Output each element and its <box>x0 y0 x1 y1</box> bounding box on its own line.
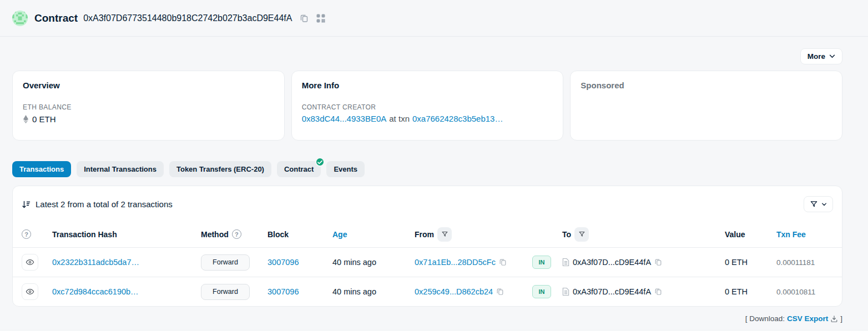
qr-code-icon <box>316 14 325 23</box>
filter-funnel-icon <box>810 200 818 208</box>
column-header-to-label: To <box>562 230 571 239</box>
transactions-summary-text: Latest 2 from a total of 2 transactions <box>36 199 173 209</box>
creation-txn-link[interactable]: 0xa7662428c3b5eb13… <box>412 114 503 123</box>
tab-contract[interactable]: Contract <box>277 161 321 177</box>
method-button[interactable]: Forward <box>201 284 250 300</box>
tx-hash-link[interactable]: 0xc72d984ccac6190b… <box>52 287 139 296</box>
chevron-down-icon <box>829 54 835 58</box>
tx-fee: 0.00011181 <box>776 258 815 267</box>
more-button-label: More <box>808 52 825 61</box>
tab-internal-transactions-label: Internal Transactions <box>84 165 157 173</box>
from-address-link[interactable]: 0x71a1Eb...28DD5cFc <box>415 258 496 267</box>
verified-check-icon <box>315 157 325 167</box>
overview-title: Overview <box>23 81 274 90</box>
tx-hash-link[interactable]: 0x2322b311adcb5da7… <box>52 258 139 267</box>
block-link[interactable]: 3007096 <box>268 258 299 267</box>
eth-icon <box>23 114 29 124</box>
from-filter-button[interactable] <box>437 227 452 242</box>
csv-export-label: CSV Export <box>787 314 828 323</box>
sponsored-card: Sponsored <box>570 71 842 141</box>
copy-icon <box>654 288 662 296</box>
creator-address-link[interactable]: 0x83dC44...4933BE0A <box>302 114 387 123</box>
copy-from-button[interactable] <box>499 258 507 266</box>
method-button[interactable]: Forward <box>201 254 250 271</box>
method-help-icon[interactable]: ? <box>232 229 241 239</box>
transactions-summary: Latest 2 from a total of 2 transactions <box>22 199 173 209</box>
copy-icon <box>654 258 662 266</box>
column-header-method-label: Method <box>201 230 229 239</box>
to-filter-button[interactable] <box>574 227 589 242</box>
qr-code-button[interactable] <box>316 14 325 23</box>
copy-address-button[interactable] <box>300 14 309 23</box>
tx-preview-button[interactable] <box>22 283 38 300</box>
contract-page: Contract 0xA3f07D6773514480b918C2742b027… <box>0 0 868 335</box>
overview-card: Overview ETH BALANCE 0 ETH <box>12 71 285 141</box>
copy-icon <box>300 14 309 23</box>
column-header-value: Value <box>725 230 776 239</box>
tab-transactions[interactable]: Transactions <box>12 161 71 177</box>
tab-contract-label: Contract <box>284 165 314 173</box>
more-button[interactable]: More <box>800 48 842 64</box>
tx-value: 0 ETH <box>725 258 748 267</box>
column-header-from-label: From <box>415 230 434 239</box>
table-help-icon[interactable]: ? <box>22 229 31 239</box>
contract-identicon-avatar <box>12 11 28 26</box>
tx-fee: 0.00010811 <box>776 288 815 296</box>
page-title: Contract <box>34 12 78 24</box>
download-row: [ Download: CSV Export ] <box>12 314 842 323</box>
copy-from-button[interactable] <box>496 288 504 296</box>
eth-balance-value: 0 ETH <box>32 114 56 124</box>
column-header-hash: Transaction Hash <box>52 230 201 239</box>
to-address: 0xA3f07D...cD9E44fA <box>573 287 651 296</box>
download-suffix: ] <box>840 314 842 323</box>
toolbar-row: More <box>12 48 842 64</box>
from-address-link[interactable]: 0x259c49...D862cb24 <box>415 287 493 296</box>
eye-icon <box>26 287 34 296</box>
table-row: 0x2322b311adcb5da7… Forward 3007096 40 m… <box>13 247 842 277</box>
tx-value: 0 ETH <box>725 287 748 296</box>
contract-address: 0xA3f07D6773514480b918C2742b027b3acD9E44… <box>83 13 292 23</box>
block-link[interactable]: 3007096 <box>268 287 299 296</box>
tab-token-transfers-label: Token Transfers (ERC-20) <box>176 165 264 173</box>
column-header-from: From <box>415 227 532 242</box>
copy-to-button[interactable] <box>654 288 662 296</box>
column-header-age[interactable]: Age <box>332 230 347 239</box>
document-icon <box>562 258 569 267</box>
tab-transactions-label: Transactions <box>19 165 64 173</box>
tx-age: 40 mins ago <box>332 258 376 267</box>
column-header-to: To <box>562 227 725 242</box>
to-address: 0xA3f07D...cD9E44fA <box>573 258 651 267</box>
info-cards: Overview ETH BALANCE 0 ETH More Info CON… <box>12 71 842 141</box>
more-info-title: More Info <box>302 81 553 90</box>
direction-badge: IN <box>532 285 551 298</box>
eye-icon <box>26 258 34 267</box>
tab-internal-transactions[interactable]: Internal Transactions <box>77 161 164 177</box>
tab-bar: Transactions Internal Transactions Token… <box>12 161 842 177</box>
sponsored-title: Sponsored <box>581 81 832 90</box>
footer-strip <box>0 330 868 335</box>
direction-badge: IN <box>532 256 551 269</box>
tab-events[interactable]: Events <box>326 161 365 177</box>
contract-creator-label: CONTRACT CREATOR <box>302 103 553 111</box>
column-header-txn-fee[interactable]: Txn Fee <box>776 230 806 239</box>
sort-icon <box>22 200 31 209</box>
copy-icon <box>496 288 504 296</box>
csv-export-link[interactable]: CSV Export <box>787 314 838 323</box>
eth-balance-label: ETH BALANCE <box>23 103 274 111</box>
table-header-row: ? Transaction Hash Method ? Block Age Fr… <box>13 221 842 247</box>
page-header: Contract 0xA3f07D6773514480b918C2742b027… <box>0 0 868 37</box>
table-row: 0xc72d984ccac6190b… Forward 3007096 40 m… <box>13 277 842 306</box>
document-icon <box>562 287 569 296</box>
column-header-method: Method ? <box>201 229 268 239</box>
transactions-card: Latest 2 from a total of 2 transactions <box>12 186 842 307</box>
copy-to-button[interactable] <box>654 258 662 266</box>
download-prefix: [ Download: <box>745 314 785 323</box>
tab-token-transfers[interactable]: Token Transfers (ERC-20) <box>169 161 271 177</box>
tx-age: 40 mins ago <box>332 287 376 296</box>
tab-events-label: Events <box>334 165 357 173</box>
table-filter-button[interactable] <box>804 196 833 212</box>
tx-preview-button[interactable] <box>22 254 38 271</box>
download-icon <box>830 315 838 323</box>
more-info-card: More Info CONTRACT CREATOR 0x83dC44...49… <box>291 71 564 141</box>
at-txn-text: at txn <box>389 114 410 123</box>
